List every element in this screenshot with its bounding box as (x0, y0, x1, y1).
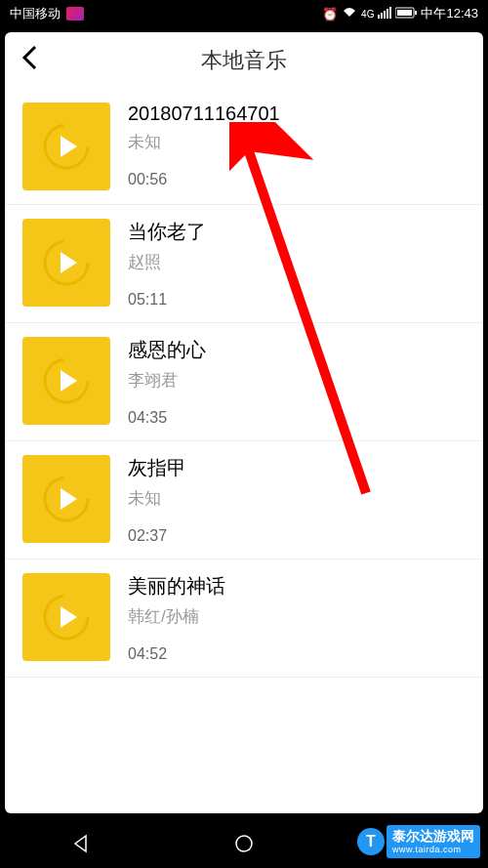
status-bar: 中国移动 ⏰ 4G 中午12:43 (0, 0, 488, 27)
svg-rect-1 (381, 13, 383, 19)
watermark-logo-icon: T (357, 828, 385, 855)
song-artist: 未知 (128, 131, 466, 153)
svg-rect-7 (415, 11, 417, 15)
header: 本地音乐 (5, 32, 483, 89)
play-icon (22, 103, 110, 190)
song-artist: 韩红/孙楠 (128, 605, 466, 628)
nav-home-button[interactable] (233, 833, 255, 854)
carrier-logo-icon (66, 7, 84, 21)
play-icon (22, 455, 110, 543)
song-title: 美丽的神话 (128, 573, 466, 599)
song-duration: 05:11 (128, 291, 466, 309)
song-duration: 02:37 (128, 527, 466, 545)
svg-point-14 (236, 836, 252, 851)
song-duration: 04:52 (128, 645, 466, 663)
song-artist: 未知 (128, 487, 466, 510)
song-title: 20180711164701 (128, 103, 466, 125)
alarm-icon: ⏰ (322, 7, 338, 21)
svg-rect-4 (389, 7, 391, 19)
watermark-title: 泰尔达游戏网 (392, 828, 474, 844)
watermark-url: www.tairda.com (392, 845, 474, 855)
svg-rect-3 (386, 9, 388, 19)
watermark: T 泰尔达游戏网 www.tairda.com (357, 825, 480, 858)
wifi-icon (342, 7, 357, 21)
main-container: 本地音乐 20180711164701 未知 00:56 当你老了 赵照 05:… (5, 32, 483, 813)
svg-rect-0 (378, 15, 380, 19)
song-item[interactable]: 灰指甲 未知 02:37 (5, 441, 483, 559)
time-label: 中午12:43 (421, 5, 478, 22)
back-button[interactable] (20, 44, 38, 78)
play-icon (22, 219, 110, 307)
song-title: 当你老了 (128, 219, 466, 245)
play-icon (22, 573, 110, 661)
song-item[interactable]: 当你老了 赵照 05:11 (5, 205, 483, 323)
song-artist: 赵照 (128, 251, 466, 273)
carrier-label: 中国移动 (10, 5, 61, 22)
song-list: 20180711164701 未知 00:56 当你老了 赵照 05:11 感恩… (5, 89, 483, 678)
song-item[interactable]: 20180711164701 未知 00:56 (5, 89, 483, 205)
song-item[interactable]: 美丽的神话 韩红/孙楠 04:52 (5, 559, 483, 678)
battery-icon (395, 7, 417, 21)
song-item[interactable]: 感恩的心 李翊君 04:35 (5, 323, 483, 441)
song-duration: 00:56 (128, 171, 466, 188)
svg-rect-6 (397, 10, 412, 16)
network-label: 4G (361, 9, 374, 20)
play-icon (22, 337, 110, 425)
song-duration: 04:35 (128, 409, 466, 427)
song-title: 灰指甲 (128, 455, 466, 481)
song-artist: 李翊君 (128, 369, 466, 392)
svg-rect-2 (384, 11, 386, 19)
nav-back-button[interactable] (70, 833, 92, 854)
signal-icon (378, 7, 391, 21)
song-title: 感恩的心 (128, 337, 466, 363)
page-title: 本地音乐 (20, 46, 468, 75)
